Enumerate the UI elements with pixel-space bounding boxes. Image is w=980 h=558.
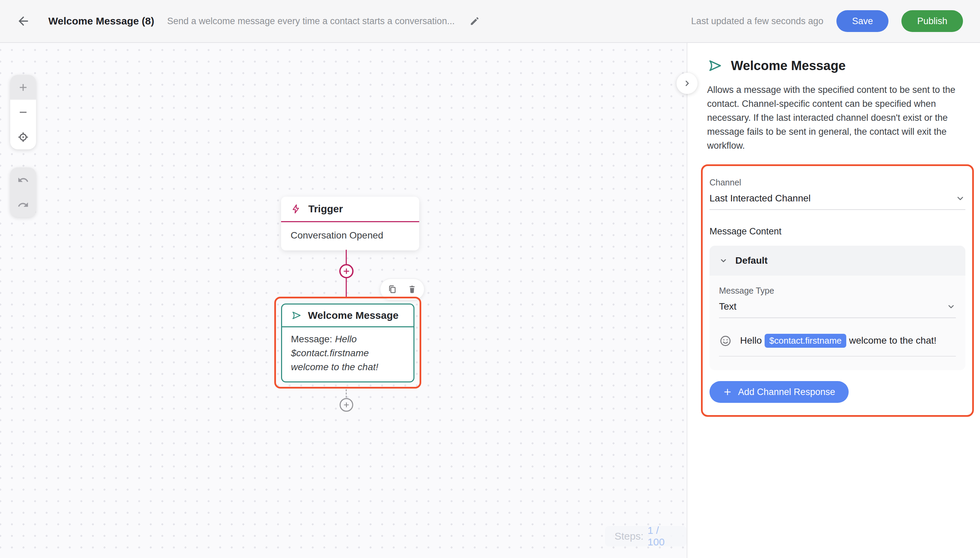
default-section-toggle[interactable]: Default <box>709 246 965 276</box>
trigger-node-title: Trigger <box>308 203 343 215</box>
recenter-button[interactable] <box>10 125 36 149</box>
save-button[interactable]: Save <box>836 10 889 32</box>
redo-icon <box>17 199 29 211</box>
last-updated-text: Last updated a few seconds ago <box>691 16 824 26</box>
steps-counter: Steps: 1 / 100 <box>605 526 687 547</box>
message-suffix: welcome to the chat! <box>849 335 936 346</box>
channel-select[interactable]: Last Interacted Channel <box>709 193 965 210</box>
chevron-right-icon <box>683 79 691 88</box>
smiley-face-icon[interactable] <box>719 335 732 347</box>
header-right: Last updated a few seconds ago Save Publ… <box>691 10 963 32</box>
zoom-out-button[interactable] <box>10 100 36 125</box>
steps-label: Steps: <box>614 530 643 542</box>
message-type-value: Text <box>719 301 736 312</box>
lightning-bolt-icon <box>291 204 302 214</box>
welcome-node-body: Message:Hello $contact.firstname welcome… <box>282 327 414 381</box>
workflow-canvas[interactable]: Trigger Conversation Opened <box>0 0 687 558</box>
plus-icon <box>17 82 29 93</box>
config-panel: Welcome Message Allows a message with th… <box>687 0 980 558</box>
header-left: Welcome Message (8) Send a welcome messa… <box>16 14 481 29</box>
default-section-title: Default <box>735 255 768 266</box>
zoom-in-button[interactable] <box>10 75 36 100</box>
message-prefix: Hello <box>740 335 762 346</box>
welcome-node-header: Welcome Message <box>282 305 414 327</box>
welcome-message-node[interactable]: Welcome Message Message:Hello $contact.f… <box>281 304 414 382</box>
top-bar: Welcome Message (8) Send a welcome messa… <box>0 0 980 43</box>
add-step-button-bottom[interactable] <box>340 398 353 412</box>
message-text-content: Hello$contact.firstnamewelcome to the ch… <box>740 334 936 348</box>
paper-plane-send-icon <box>707 58 723 74</box>
undo-button[interactable] <box>10 167 36 192</box>
chevron-down-icon <box>719 256 728 265</box>
trigger-node-header: Trigger <box>281 197 419 222</box>
add-channel-response-button[interactable]: Add Channel Response <box>709 381 849 403</box>
variable-pill[interactable]: $contact.firstname <box>765 334 846 348</box>
workflow-description[interactable]: Send a welcome message every time a cont… <box>167 16 455 26</box>
paper-plane-send-icon <box>291 310 302 321</box>
redo-button[interactable] <box>10 192 36 217</box>
default-channel-section: Default Message Type Text <box>709 246 965 370</box>
channel-label: Channel <box>709 177 965 187</box>
trash-icon[interactable] <box>407 284 417 294</box>
back-icon[interactable] <box>16 14 31 29</box>
default-section-body: Message Type Text <box>709 276 965 370</box>
panel-title-row: Welcome Message <box>707 58 968 74</box>
trigger-node-body: Conversation Opened <box>281 222 419 250</box>
message-type-select[interactable]: Text <box>719 301 956 318</box>
add-channel-response-label: Add Channel Response <box>738 387 835 397</box>
step-config-highlight-box: Channel Last Interacted Channel Message … <box>701 164 974 417</box>
crosshair-target-icon <box>17 131 29 143</box>
panel-collapse-button[interactable] <box>676 73 698 94</box>
plus-icon <box>343 268 350 275</box>
steps-value: 1 / 100 <box>648 525 677 548</box>
workflow-builder-app: Trigger Conversation Opened <box>0 0 980 558</box>
panel-description: Allows a message with the specified cont… <box>707 83 972 153</box>
panel-title: Welcome Message <box>731 59 845 73</box>
plus-icon <box>723 387 732 396</box>
channel-select-value: Last Interacted Channel <box>709 193 811 204</box>
minus-icon <box>17 107 29 118</box>
message-content-label: Message Content <box>709 226 965 237</box>
chevron-down-icon <box>955 193 965 204</box>
publish-button[interactable]: Publish <box>901 10 963 32</box>
edit-pencil-icon[interactable] <box>469 15 481 27</box>
plus-icon <box>343 402 350 408</box>
chevron-down-icon <box>946 302 956 311</box>
message-label: Message: <box>291 334 332 344</box>
workflow-title: Welcome Message (8) <box>48 15 154 27</box>
copy-icon[interactable] <box>387 284 397 294</box>
add-step-button-top[interactable] <box>339 264 353 278</box>
message-text-editor[interactable]: Hello$contact.firstnamewelcome to the ch… <box>719 334 956 356</box>
undo-icon <box>17 174 29 186</box>
welcome-node-title: Welcome Message <box>308 310 399 321</box>
zoom-toolbar <box>10 75 36 149</box>
message-type-label: Message Type <box>719 286 956 296</box>
trigger-node[interactable]: Trigger Conversation Opened <box>281 197 419 250</box>
history-toolbar <box>10 167 36 217</box>
